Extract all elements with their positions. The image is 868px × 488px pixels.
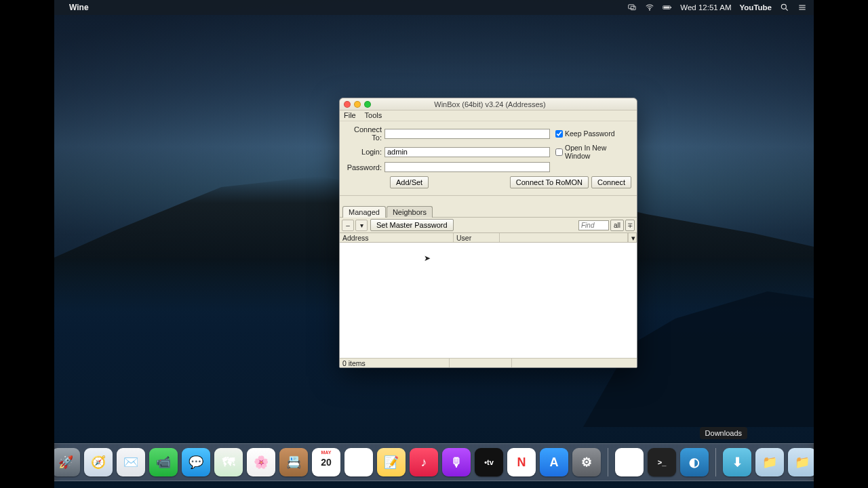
control-center-icon[interactable] xyxy=(797,3,807,12)
dock-mail-icon[interactable]: ✉️ xyxy=(117,448,145,476)
svg-rect-4 xyxy=(671,7,671,8)
col-user[interactable]: User xyxy=(454,233,500,242)
add-set-button[interactable]: Add/Set xyxy=(390,176,429,188)
screen-mirror-icon[interactable] xyxy=(627,3,637,12)
titlebar[interactable]: WinBox (64bit) v3.24 (Addresses) xyxy=(340,98,637,110)
svg-point-2 xyxy=(650,9,650,10)
set-master-password-button[interactable]: Set Master Password xyxy=(370,219,454,231)
column-headers: Address User ▾ xyxy=(340,233,637,243)
menu-file[interactable]: File xyxy=(344,111,356,119)
dock-photos-icon[interactable]: 🌸 xyxy=(247,448,275,476)
menubar-clock[interactable]: Wed 12:51 AM xyxy=(680,3,731,12)
svg-rect-0 xyxy=(629,5,634,9)
tab-managed[interactable]: Managed xyxy=(342,206,386,218)
password-input[interactable] xyxy=(384,162,550,172)
dock-folder1-icon[interactable]: 📁 xyxy=(755,448,784,476)
dock-safari-icon[interactable]: 🧭 xyxy=(84,448,113,476)
menu-tools[interactable]: Tools xyxy=(365,111,382,119)
menubar-app-name[interactable]: Wine xyxy=(69,3,89,12)
dock-maps-icon[interactable]: 🗺 xyxy=(214,448,243,476)
status-count: 0 items xyxy=(342,359,450,367)
wifi-icon[interactable] xyxy=(645,3,654,12)
col-menu-icon[interactable]: ▾ xyxy=(628,233,637,242)
window-title: WinBox (64bit) v3.24 (Addresses) xyxy=(347,100,633,108)
desktop: Wine Wed 12:51 AM YouTube WinBox (64bit)… xyxy=(54,0,814,488)
dock-tooltip: Downloads xyxy=(700,427,747,439)
statusbar: 0 items xyxy=(340,358,637,367)
open-new-window-checkbox[interactable] xyxy=(555,148,563,156)
find-input[interactable] xyxy=(578,220,609,230)
dock-tv-icon[interactable]: •tv xyxy=(475,448,503,476)
col-address[interactable]: Address xyxy=(340,233,454,242)
winbox-window: WinBox (64bit) v3.24 (Addresses) File To… xyxy=(339,98,637,368)
menubar-youtube[interactable]: YouTube xyxy=(740,3,772,12)
dock-facetime-icon[interactable]: 📹 xyxy=(149,448,178,476)
columns-dropdown-icon[interactable]: ∓ xyxy=(625,220,635,231)
dock: 😀🚀🧭✉️📹💬🗺🌸📇MAY20☰📝♪🎙•tvNA⚙✎>_◐⬇📁📁🗑 xyxy=(54,443,814,481)
dock-separator xyxy=(608,448,608,476)
connect-button[interactable]: Connect xyxy=(591,176,631,188)
dock-terminal-icon[interactable]: >_ xyxy=(648,448,676,476)
col-extra[interactable] xyxy=(500,233,628,242)
dock-textedit-icon[interactable]: ✎ xyxy=(615,448,644,476)
dock-downloads-icon[interactable]: ⬇ xyxy=(723,448,751,476)
macos-menubar: Wine Wed 12:51 AM YouTube xyxy=(54,0,814,15)
keep-password-checkbox[interactable] xyxy=(555,130,563,138)
tabbar: Managed Neighbors xyxy=(340,205,637,217)
filter-icon[interactable]: ▾ xyxy=(355,220,368,231)
dock-launchpad-icon[interactable]: 🚀 xyxy=(54,448,80,476)
remove-button[interactable]: – xyxy=(342,220,354,231)
svg-line-7 xyxy=(786,9,788,11)
list-toolbar: – ▾ Set Master Password all ∓ xyxy=(340,217,637,233)
label-password: Password: xyxy=(345,163,384,171)
dock-podcasts-icon[interactable]: 🎙 xyxy=(442,448,471,476)
status-cell-2 xyxy=(450,359,512,367)
label-open-new-window: Open In New Window xyxy=(565,144,631,160)
svg-rect-5 xyxy=(664,7,670,9)
dock-contacts-icon[interactable]: 📇 xyxy=(279,448,308,476)
dock-news-icon[interactable]: N xyxy=(507,448,536,476)
svg-rect-1 xyxy=(631,6,636,9)
connect-to-input[interactable] xyxy=(384,129,550,139)
dock-settings-icon[interactable]: ⚙ xyxy=(572,448,601,476)
label-keep-password: Keep Password xyxy=(565,129,615,138)
connect-romon-button[interactable]: Connect To RoMON xyxy=(510,176,589,188)
dock-calendar-icon[interactable]: MAY20 xyxy=(312,448,340,476)
dock-appstore-icon[interactable]: A xyxy=(540,448,568,476)
mouse-cursor: ➤ xyxy=(424,253,431,263)
dock-messages-icon[interactable]: 💬 xyxy=(182,448,210,476)
dock-separator xyxy=(715,448,716,476)
dock-folder2-icon[interactable]: 📁 xyxy=(788,448,814,476)
tab-neighbors[interactable]: Neighbors xyxy=(387,206,433,218)
app-menu: File Tools xyxy=(340,110,637,121)
dock-notes-icon[interactable]: 📝 xyxy=(377,448,406,476)
svg-point-6 xyxy=(781,4,786,9)
dock-reminders-icon[interactable]: ☰ xyxy=(344,448,373,476)
dock-bluestacks-icon[interactable]: ◐ xyxy=(680,448,709,476)
connection-form: Connect To: Keep Password Login: Open In… xyxy=(340,121,637,196)
battery-icon[interactable] xyxy=(663,3,672,12)
filter-scope-dropdown[interactable]: all xyxy=(610,220,624,231)
dock-music-icon[interactable]: ♪ xyxy=(410,448,438,476)
label-login: Login: xyxy=(345,148,384,156)
spotlight-icon[interactable] xyxy=(780,3,789,12)
login-input[interactable] xyxy=(384,147,550,157)
address-list[interactable]: ➤ xyxy=(340,243,637,358)
label-connect-to: Connect To: xyxy=(345,125,384,142)
